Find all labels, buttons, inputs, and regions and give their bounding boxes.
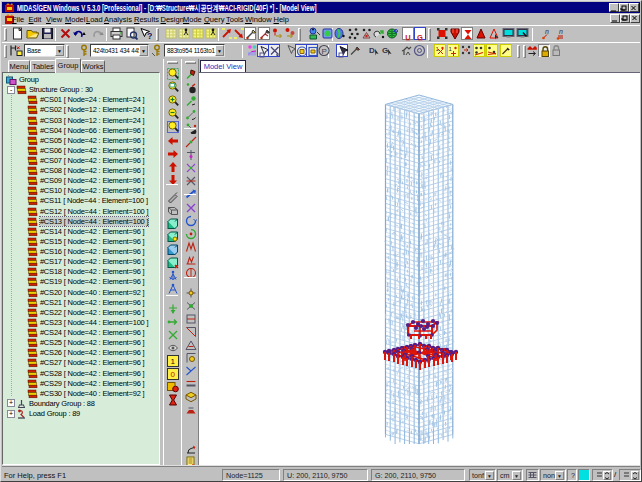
svg-text:P: P xyxy=(322,47,327,56)
svg-text:0: 0 xyxy=(171,370,176,379)
svg-text:n: n xyxy=(559,28,563,35)
svg-text:D: D xyxy=(369,46,375,55)
svg-text:1: 1 xyxy=(171,357,176,366)
svg-text:n: n xyxy=(545,28,549,35)
svg-text:?: ? xyxy=(147,31,152,40)
svg-text:G: G xyxy=(382,46,388,55)
